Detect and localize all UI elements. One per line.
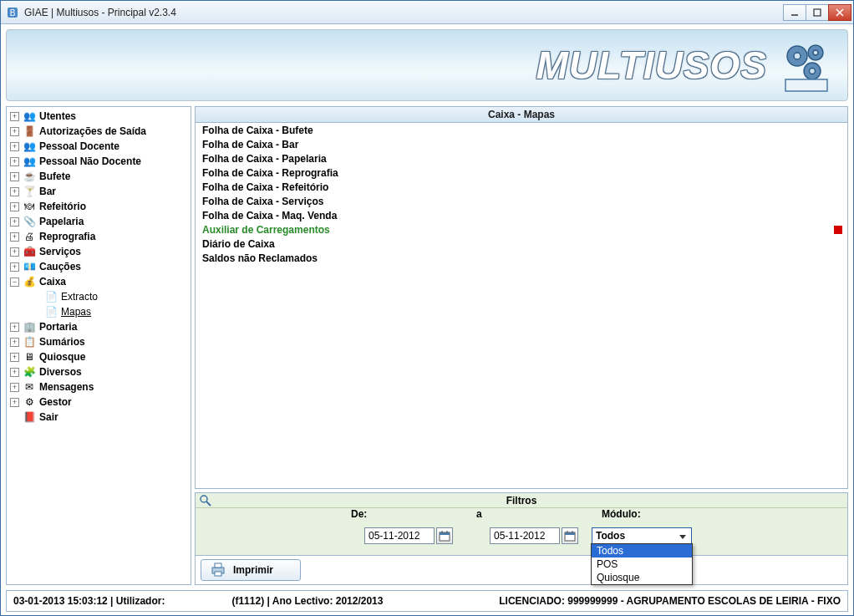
tree-item[interactable]: 👥Pessoal Docente: [8, 139, 189, 154]
tree-item-label: Caixa: [39, 276, 66, 288]
expand-icon[interactable]: [10, 338, 19, 347]
app-window: B GIAE | Multiusos - Principal v2.3.4 MU…: [0, 0, 854, 616]
tree-subitem-label: Mapas: [61, 306, 91, 318]
report-list-item[interactable]: Auxiliar de Carregamentos: [196, 222, 847, 237]
report-list-item[interactable]: Folha de Caixa - Refeitório: [196, 180, 847, 194]
print-button[interactable]: Imprimir: [201, 559, 301, 581]
tree-item[interactable]: 💰Caixa: [8, 274, 189, 289]
report-list-item-label: Saldos não Reclamados: [202, 252, 318, 264]
tree-subitem[interactable]: 📄Extracto: [8, 289, 189, 304]
date-to-picker-button[interactable]: [562, 527, 578, 544]
minimize-button[interactable]: [783, 4, 806, 21]
module-combobox-option[interactable]: Quiosque: [592, 571, 692, 584]
collapse-icon[interactable]: [10, 277, 19, 287]
svg-point-7: [794, 53, 801, 59]
expand-icon[interactable]: [10, 323, 19, 332]
module-label: Módulo:: [592, 508, 725, 525]
report-list-item[interactable]: Folha de Caixa - Serviços: [196, 194, 847, 208]
expand-icon[interactable]: [10, 202, 19, 211]
status-datetime-user: 03-01-2013 15:03:12 | Utilizador:: [13, 595, 165, 607]
tree-item[interactable]: 🍽Refeitório: [8, 199, 189, 214]
tree-item-icon: 🍽: [23, 200, 36, 213]
expand-icon[interactable]: [10, 172, 19, 181]
expand-icon[interactable]: [10, 353, 19, 362]
report-list-item[interactable]: Diário de Caixa: [196, 237, 847, 251]
expand-icon[interactable]: [10, 157, 19, 166]
tree-item[interactable]: ⚙Gestor: [8, 395, 189, 410]
to-label: a: [466, 508, 592, 525]
tree-item-icon: 👥: [23, 140, 36, 153]
date-to-input[interactable]: [490, 527, 560, 544]
tree-item-icon: ⚙: [23, 395, 36, 409]
tree-item-label: Cauções: [39, 261, 81, 272]
tree-item[interactable]: 👥Utentes: [8, 109, 189, 124]
tree-item[interactable]: 🖥Quiosque: [8, 349, 189, 364]
report-list-item-label: Folha de Caixa - Refeitório: [202, 181, 328, 193]
svg-line-13: [206, 501, 211, 506]
banner-logo-text: MULTIUSOS: [536, 43, 767, 88]
report-list-item[interactable]: Folha de Caixa - Reprografia: [196, 165, 847, 180]
expand-icon[interactable]: [10, 217, 19, 227]
tree-item-label: Autorizações de Saída: [39, 125, 146, 137]
tree-subitem-icon: 📄: [44, 305, 58, 318]
module-combobox-option[interactable]: POS: [592, 557, 692, 571]
filters-header: Filtros: [196, 493, 847, 508]
tree-item-icon: ☕: [23, 170, 36, 183]
tree-item-icon: 💶: [23, 260, 36, 273]
expand-icon[interactable]: [10, 187, 19, 196]
tree-item[interactable]: 📕Sair: [8, 410, 189, 425]
filter-icon: [199, 494, 212, 507]
module-combobox[interactable]: Todos: [592, 527, 692, 544]
navigation-tree[interactable]: 👥Utentes🚪Autorizações de Saída👥Pessoal D…: [6, 106, 191, 585]
titlebar: B GIAE | Multiusos - Principal v2.3.4: [1, 1, 853, 24]
window-title: GIAE | Multiusos - Principal v2.3.4: [24, 7, 784, 18]
date-from-picker-button[interactable]: [436, 527, 453, 544]
tree-item[interactable]: 🧰Serviços: [8, 244, 189, 259]
tree-spacer: [10, 413, 19, 422]
expand-icon[interactable]: [10, 232, 19, 242]
calendar-icon: [564, 530, 576, 542]
tree-item[interactable]: ☕Bufete: [8, 169, 189, 184]
tree-item[interactable]: 🚪Autorizações de Saída: [8, 124, 189, 139]
tree-item-label: Bufete: [39, 171, 70, 182]
expand-icon[interactable]: [10, 112, 19, 121]
date-from-input[interactable]: [364, 527, 435, 544]
tree-item[interactable]: 🍸Bar: [8, 184, 189, 199]
report-list-item[interactable]: Folha de Caixa - Papelaria: [196, 151, 847, 165]
tree-item[interactable]: 📋Sumários: [8, 334, 189, 349]
tree-subitem[interactable]: 📄Mapas: [8, 304, 189, 319]
tree-item[interactable]: 💶Cauções: [8, 259, 189, 274]
maximize-button[interactable]: [806, 4, 829, 21]
tree-item-icon: 📎: [23, 215, 36, 228]
banner: MULTIUSOS: [6, 29, 848, 101]
expand-icon[interactable]: [10, 383, 19, 392]
tree-item[interactable]: 📎Papelaria: [8, 214, 189, 229]
expand-icon[interactable]: [10, 127, 19, 136]
report-list-item[interactable]: Folha de Caixa - Bufete: [196, 123, 847, 137]
tree-item[interactable]: 🏢Portaria: [8, 319, 189, 334]
expand-icon[interactable]: [10, 247, 19, 257]
tree-item[interactable]: 👥Pessoal Não Docente: [8, 154, 189, 169]
report-list-item[interactable]: Saldos não Reclamados: [196, 251, 847, 265]
tree-item[interactable]: 🖨Reprografia: [8, 229, 189, 244]
expand-icon[interactable]: [10, 368, 19, 377]
report-list-item[interactable]: Folha de Caixa - Bar: [196, 137, 847, 151]
tree-item[interactable]: 🧩Diversos: [8, 364, 189, 379]
svg-point-9: [813, 50, 818, 55]
tree-item-icon: 📋: [23, 335, 36, 349]
tree-item[interactable]: ✉Mensagens: [8, 379, 189, 395]
close-button[interactable]: [828, 4, 851, 21]
tree-item-label: Quiosque: [39, 351, 85, 363]
tree-item-label: Sumários: [39, 336, 85, 348]
chevron-down-icon: [676, 530, 689, 543]
gears-icon: [774, 36, 839, 94]
tree-item-label: Mensagens: [39, 381, 94, 393]
tree-item-label: Pessoal Docente: [39, 140, 119, 152]
expand-icon[interactable]: [10, 398, 19, 407]
report-list-item-label: Auxiliar de Carregamentos: [202, 224, 330, 236]
expand-icon[interactable]: [10, 262, 19, 272]
module-combobox-option[interactable]: Todos: [592, 544, 692, 557]
tree-item-label: Portaria: [39, 321, 77, 333]
expand-icon[interactable]: [10, 142, 19, 151]
report-list-item[interactable]: Folha de Caixa - Maq. Venda: [196, 208, 847, 222]
